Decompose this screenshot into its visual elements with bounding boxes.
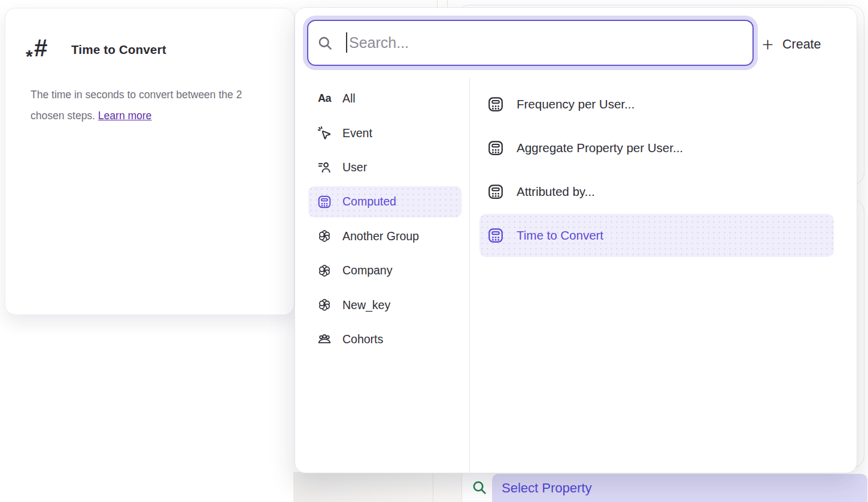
learn-more-link[interactable]: Learn more [98, 110, 152, 122]
background-divider [462, 472, 462, 502]
search-icon [317, 35, 333, 52]
create-button-label: Create [782, 37, 821, 52]
calculator-icon [487, 183, 505, 201]
sidebar-item-another-group[interactable]: Another Group [308, 221, 462, 252]
cohorts-icon [317, 331, 332, 347]
create-button[interactable]: Create [761, 31, 821, 58]
result-item-attributed-by[interactable]: Attributed by... [479, 170, 834, 213]
tooltip-title: Time to Convert [71, 43, 166, 57]
calculator-icon [317, 194, 332, 210]
calculator-icon [487, 139, 505, 157]
text-cursor [346, 32, 347, 53]
tooltip-description: The time in seconds to convert between t… [31, 84, 265, 126]
sidebar-item-company[interactable]: Company [308, 255, 462, 286]
text-format-icon: Aa [317, 91, 332, 107]
result-item-time-to-convert[interactable]: Time to Convert [479, 214, 834, 257]
select-property-label: Select Property [502, 480, 591, 496]
search-icon-green [471, 479, 488, 496]
sidebar-item-event[interactable]: Event [308, 117, 462, 148]
calculator-icon [487, 226, 505, 244]
calculator-icon [487, 95, 505, 113]
sidebar-item-all[interactable]: Aa All [308, 83, 462, 114]
app-background: Select Property # * Time to Convert The … [0, 0, 868, 502]
sidebar-item-computed[interactable]: Computed [308, 186, 462, 217]
event-click-icon [317, 125, 332, 141]
result-item-frequency-per-user[interactable]: Frequency per User... [479, 83, 834, 126]
background-divider [433, 472, 433, 502]
results-list: Frequency per User... Aggregate Property… [479, 83, 834, 258]
user-icon [317, 159, 332, 175]
category-list: Aa All Event [308, 83, 462, 358]
list-divider [469, 78, 470, 473]
group-icon [317, 297, 332, 313]
group-icon [317, 228, 332, 244]
group-icon [317, 263, 332, 279]
result-item-aggregate-property-per-user[interactable]: Aggregate Property per User... [479, 126, 834, 170]
select-property-field[interactable]: Select Property [492, 474, 867, 502]
sidebar-item-new-key[interactable]: New_key [308, 289, 462, 320]
sidebar-item-user[interactable]: User [308, 152, 462, 183]
search-input-container[interactable] [307, 20, 754, 66]
plus-icon [761, 38, 775, 52]
sidebar-item-cohorts[interactable]: Cohorts [308, 324, 462, 355]
property-picker-dropdown: Create Aa All Event [295, 7, 857, 473]
property-tooltip-card: # * Time to Convert The time in seconds … [5, 8, 295, 315]
number-property-icon: # * [27, 35, 60, 69]
search-input[interactable] [342, 34, 744, 52]
background-panel [293, 472, 462, 502]
